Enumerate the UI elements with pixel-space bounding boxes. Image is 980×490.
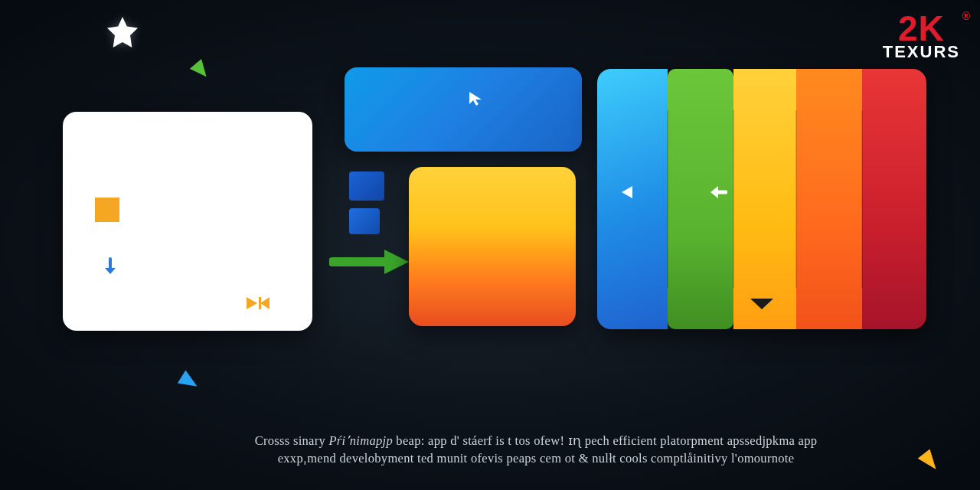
divider-icon — [795, 110, 797, 288]
divider-icon — [861, 110, 863, 288]
segment-yellow — [733, 69, 796, 329]
blue-square-1 — [349, 172, 384, 201]
rainbow-card — [597, 69, 926, 329]
brand-logo: 2K® TEXURS — [883, 14, 960, 62]
caption-text: Crosss sinary Pŕiʼnimapjp beap: app d' s… — [168, 433, 903, 467]
logo-top: 2K — [898, 8, 945, 48]
caption-line1-post: beap: app d' stáerf is t tos ofew! ɪɳ pe… — [393, 433, 817, 448]
play-left-icon — [617, 183, 635, 204]
caption-line2: exxpˌmend develobyment ted munit ofevis … — [168, 450, 903, 467]
source-card — [63, 112, 312, 331]
logo-registered: ® — [962, 12, 971, 21]
chevron-down-icon — [749, 297, 775, 315]
back-arrow-icon — [709, 184, 727, 204]
divider-icon — [733, 110, 734, 288]
segment-orange — [796, 69, 862, 329]
banner-card — [345, 67, 582, 152]
green-right-arrow-icon — [329, 245, 413, 282]
orange-square-icon — [95, 198, 119, 222]
cursor-icon — [468, 90, 483, 109]
arrow-down-icon — [103, 257, 118, 279]
arrow-upright-blue-icon — [116, 331, 205, 397]
blue-square-2 — [349, 208, 380, 234]
arrow-upright-icon — [152, 14, 216, 85]
caption-line1-em: Pŕiʼnimapjp — [328, 433, 392, 448]
caption-line1-pre: Crosss sinary — [255, 433, 329, 448]
svg-rect-0 — [259, 297, 261, 309]
segment-red — [862, 69, 926, 329]
gradient-tile — [409, 167, 576, 326]
star-icon — [104, 14, 141, 54]
play-rewind-icon — [245, 296, 271, 311]
